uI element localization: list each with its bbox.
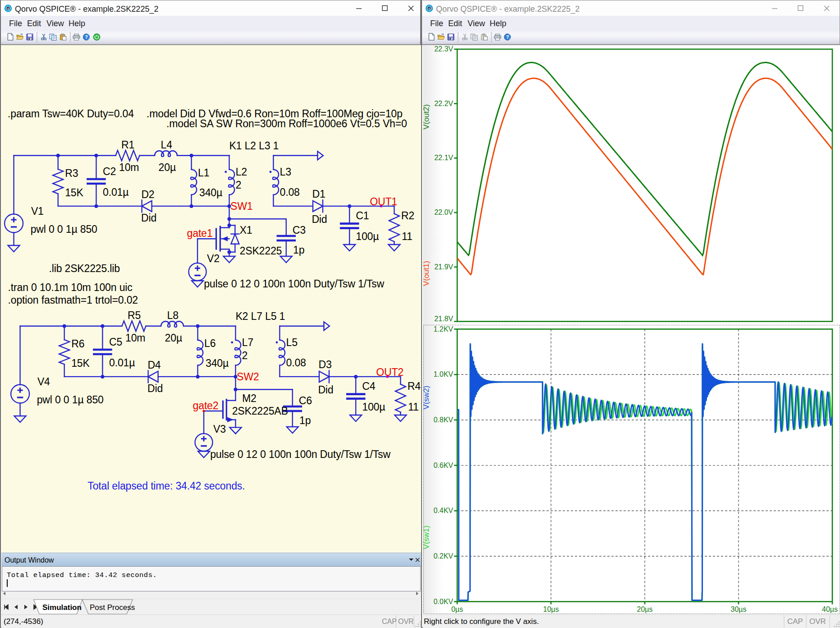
svg-text:gate2: gate2	[193, 400, 219, 411]
svg-text:CAP: CAP	[787, 617, 803, 626]
svg-text:0.01µ: 0.01µ	[109, 357, 135, 369]
svg-text:?: ?	[85, 34, 88, 40]
svg-text:0.0KV: 0.0KV	[433, 598, 453, 605]
svg-text:CAP: CAP	[382, 618, 397, 625]
svg-text:Post Process: Post Process	[90, 603, 135, 612]
svg-text:D4: D4	[147, 359, 161, 371]
svg-text:pwl 0 0 1µ 850: pwl 0 0 1µ 850	[31, 223, 97, 235]
svg-text:L4: L4	[161, 139, 173, 151]
svg-text:.param Tsw=40K Duty=0.04: .param Tsw=40K Duty=0.04	[8, 108, 134, 120]
svg-text:V(sw1): V(sw1)	[422, 526, 431, 550]
svg-text:M2: M2	[242, 392, 257, 404]
svg-text:.tran 0 10.1m 10m 100n uic: .tran 0 10.1m 10m 100n uic	[8, 282, 133, 293]
svg-text:Qorvo QSPICE® - example.2SK2: Qorvo QSPICE® - example.2SK2225_2	[15, 5, 158, 14]
svg-text:L5: L5	[286, 337, 298, 348]
svg-text:V(sw2): V(sw2)	[422, 386, 431, 410]
svg-text:30µs: 30µs	[730, 605, 746, 613]
svg-text:0.6KV: 0.6KV	[433, 462, 453, 469]
svg-text:Edit: Edit	[448, 19, 462, 28]
svg-text:2: 2	[236, 179, 242, 191]
svg-text:L7: L7	[242, 337, 253, 348]
svg-text:Did: Did	[141, 212, 156, 224]
svg-text:Did: Did	[318, 384, 333, 396]
svg-text:11: 11	[408, 401, 419, 413]
svg-text:?: ?	[506, 34, 509, 40]
svg-text:SW1: SW1	[230, 200, 252, 212]
svg-text:V(out1): V(out1)	[422, 261, 431, 286]
svg-text:2SK2225: 2SK2225	[240, 245, 282, 257]
svg-text:R5: R5	[128, 309, 141, 321]
svg-text:R2: R2	[401, 210, 414, 222]
svg-text:100µ: 100µ	[362, 401, 385, 413]
svg-text:Simulation: Simulation	[42, 603, 82, 612]
svg-text:340µ: 340µ	[199, 187, 222, 199]
svg-text:11: 11	[402, 231, 413, 242]
svg-text:15K: 15K	[71, 357, 90, 369]
svg-text:OVR: OVR	[809, 617, 826, 626]
svg-text:0.8KV: 0.8KV	[433, 416, 453, 424]
svg-text:L6: L6	[204, 337, 216, 349]
svg-text:Did: Did	[312, 213, 327, 225]
svg-text:2SK2225AB: 2SK2225AB	[232, 405, 288, 417]
svg-text:0.2KV: 0.2KV	[433, 552, 453, 560]
svg-text:1.0KV: 1.0KV	[433, 370, 453, 378]
svg-text:R3: R3	[65, 167, 78, 179]
svg-text:OUT2: OUT2	[376, 366, 404, 378]
svg-text:V1: V1	[31, 205, 44, 217]
svg-text:22.2V: 22.2V	[434, 100, 453, 107]
svg-text:OVR: OVR	[398, 618, 414, 625]
svg-text:L1: L1	[198, 167, 209, 179]
svg-text:(274,-4536): (274,-4536)	[4, 617, 43, 626]
svg-text:100µ: 100µ	[356, 231, 379, 242]
svg-text:.lib 2SK2225.lib: .lib 2SK2225.lib	[49, 263, 120, 274]
svg-text:20µ: 20µ	[159, 162, 176, 173]
svg-text:Help: Help	[69, 19, 85, 28]
svg-text:1p: 1p	[299, 415, 311, 426]
svg-text:pwl 0 0 1µ 850: pwl 0 0 1µ 850	[37, 394, 104, 406]
svg-text:15K: 15K	[65, 187, 83, 199]
svg-text:R4: R4	[408, 380, 421, 392]
svg-text:Total elapsed time: 34.42 seco: Total elapsed time: 34.42 seconds.	[7, 571, 157, 579]
svg-text:2: 2	[242, 350, 248, 361]
svg-text:10m: 10m	[125, 332, 145, 344]
svg-text:pulse 0 12 0 100n 100n Duty/Ts: pulse 0 12 0 100n 100n Duty/Tsw 1/Tsw	[204, 278, 384, 290]
svg-text:K2 L7 L5 1: K2 L7 L5 1	[235, 310, 285, 322]
svg-text:0.01µ: 0.01µ	[103, 186, 129, 198]
svg-text:0.4KV: 0.4KV	[433, 507, 453, 514]
svg-text:.model SA SW Ron=300m Roff=100: .model SA SW Ron=300m Roff=1000e6 Vt=0.5…	[166, 118, 407, 129]
svg-text:0.08: 0.08	[280, 186, 300, 198]
svg-text:22.0V: 22.0V	[434, 208, 453, 216]
svg-text:340µ: 340µ	[206, 357, 229, 369]
svg-text:C3: C3	[293, 224, 306, 236]
svg-text:View: View	[46, 19, 64, 28]
svg-text:0.08: 0.08	[286, 357, 306, 369]
svg-text:X1: X1	[240, 224, 252, 236]
svg-text:File: File	[430, 19, 443, 28]
svg-text:R6: R6	[71, 338, 84, 350]
svg-text:10m: 10m	[119, 162, 139, 173]
svg-text:V2: V2	[207, 253, 220, 264]
svg-text:V4: V4	[37, 376, 50, 388]
svg-text:OUT1: OUT1	[370, 196, 397, 208]
svg-text:21.8V: 21.8V	[434, 315, 453, 323]
svg-text:10µs: 10µs	[543, 605, 559, 613]
svg-text:pulse 0 12 0 100n 100n Duty/Ts: pulse 0 12 0 100n 100n Duty/Tsw 1/Tsw	[210, 448, 390, 460]
svg-text:22.1V: 22.1V	[434, 154, 453, 162]
svg-text:.option fastmath=1 trtol=0.02: .option fastmath=1 trtol=0.02	[8, 294, 138, 306]
svg-text:R1: R1	[121, 139, 134, 151]
svg-text:C6: C6	[299, 395, 312, 406]
svg-text:SW2: SW2	[237, 371, 259, 383]
svg-text:C2: C2	[103, 166, 116, 177]
svg-text:L8: L8	[167, 309, 179, 321]
svg-text:Edit: Edit	[27, 19, 41, 28]
svg-text:K1 L2 L3 1: K1 L2 L3 1	[229, 140, 279, 152]
svg-text:0µs: 0µs	[451, 605, 463, 613]
svg-text:21.9V: 21.9V	[434, 263, 453, 271]
svg-text:D3: D3	[319, 359, 332, 370]
svg-text:1.2KV: 1.2KV	[433, 325, 453, 333]
svg-text:Qorvo QSPICE® - example.2SK2: Qorvo QSPICE® - example.2SK2225_2	[436, 5, 579, 14]
svg-text:20µ: 20µ	[165, 332, 182, 344]
svg-text:View: View	[468, 19, 486, 28]
svg-text:L3: L3	[280, 166, 291, 178]
svg-text:Total elapsed time: 34.42 seco: Total elapsed time: 34.42 seconds.	[87, 480, 245, 492]
